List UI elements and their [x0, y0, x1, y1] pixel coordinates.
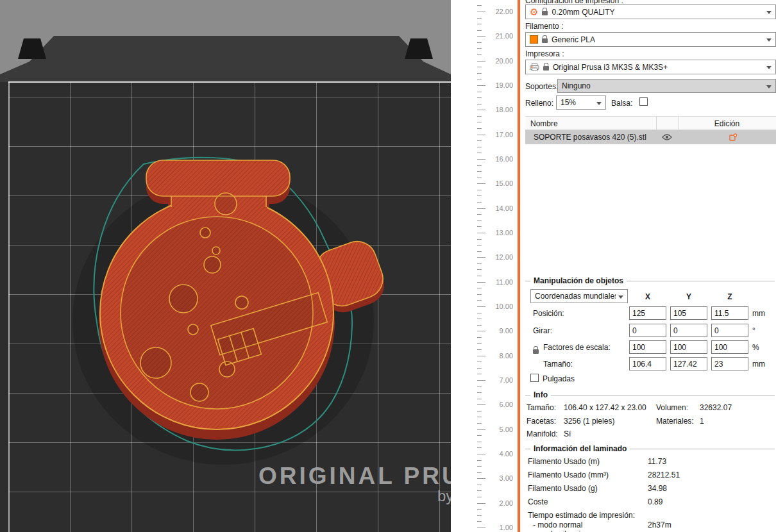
- ruler-label: 20.00: [475, 56, 513, 65]
- printer-combo[interactable]: Original Prusa i3 MK3S & MK3S+: [525, 60, 776, 74]
- size-label: Tamaño:: [543, 360, 573, 369]
- normal-mode-label: - modo normal: [533, 520, 582, 529]
- ruler-tick: [477, 319, 482, 319]
- ruler-tick: [477, 251, 482, 252]
- ruler-label: 3.00: [475, 474, 513, 483]
- chevron-down-icon: [766, 66, 772, 69]
- ruler-tick: [477, 368, 482, 369]
- ruler-tick: [477, 24, 482, 24]
- printer-label: Impresora :: [525, 49, 564, 58]
- info-materials-label: Materiales:: [656, 417, 694, 426]
- ruler-tick: [477, 509, 482, 510]
- rotate-x-input[interactable]: [629, 324, 666, 337]
- info-materials-value: 1: [700, 417, 704, 426]
- ruler-panel: 22.0021.0020.0019.0018.0017.0016.0015.00…: [451, 0, 518, 532]
- chevron-down-icon: [766, 11, 772, 14]
- scale-unit: %: [752, 343, 759, 352]
- filament-used-m-value: 11.73: [648, 457, 666, 466]
- inches-checkbox[interactable]: [530, 374, 539, 382]
- axis-z-header: Z: [711, 292, 748, 301]
- ruler-label: 1.00: [475, 523, 513, 532]
- edit-object-icon[interactable]: [729, 133, 737, 142]
- ruler-tick: [477, 48, 482, 49]
- ruler-label: 16.00: [475, 154, 513, 163]
- ruler-tick: [477, 447, 482, 448]
- chevron-down-icon: [766, 38, 772, 42]
- filament-used-mm3-label: Filamento Usado (mm³): [528, 470, 609, 479]
- ruler-tick: [477, 276, 482, 276]
- ruler-tick: [477, 92, 482, 92]
- ruler-tick: [477, 269, 482, 270]
- scale-z-input[interactable]: [711, 340, 748, 354]
- ruler-tick: [477, 73, 482, 74]
- position-z-input[interactable]: [711, 306, 748, 320]
- ruler-tick: [477, 226, 482, 227]
- column-name: Nombre: [530, 119, 558, 128]
- raft-label: Balsa:: [611, 99, 632, 108]
- bed-brand-text: ORIGINAL PRUSA: [258, 463, 451, 489]
- scale-x-input[interactable]: [629, 340, 666, 354]
- size-z-input[interactable]: [711, 357, 748, 370]
- ruler-tick: [477, 140, 482, 141]
- ruler-tick: [477, 104, 482, 104]
- ruler-label: 8.00: [475, 351, 513, 360]
- manipulation-title: Manipulación de objetos: [530, 276, 627, 285]
- infill-combo[interactable]: 15%: [556, 96, 606, 110]
- print-settings-value: 0.20mm QUALITY: [552, 8, 614, 17]
- sliced-info-group: Información del laminado: [525, 449, 775, 449]
- scale-y-input[interactable]: [670, 340, 707, 354]
- infill-label: Relleno:: [525, 99, 553, 108]
- ruler-tick: [477, 472, 482, 473]
- coordinates-combo[interactable]: Coordenadas mundiales: [530, 289, 628, 303]
- ruler-tick: [477, 220, 482, 221]
- uniform-scale-lock-icon[interactable]: [533, 349, 539, 354]
- ruler-tick: [477, 18, 482, 19]
- size-x-input[interactable]: [629, 357, 666, 370]
- ruler-tick: [477, 54, 482, 55]
- filament-used-g-label: Filamento Usado (g): [528, 484, 598, 493]
- info-manifold-label: Manifold:: [527, 429, 558, 438]
- object-table-row[interactable]: SOPORTE posavasos 420 (5).stl: [525, 130, 776, 144]
- raft-checkbox[interactable]: [639, 97, 648, 106]
- ruler-label: 10.00: [475, 302, 513, 311]
- ruler-tick: [477, 116, 482, 117]
- ruler-tick: [477, 423, 482, 424]
- ruler-tick: [477, 417, 482, 417]
- ruler-tick: [477, 485, 482, 485]
- ruler-label: 7.00: [475, 376, 513, 385]
- position-y-input[interactable]: [670, 306, 707, 320]
- ruler-label: 18.00: [475, 105, 513, 114]
- ruler-label: 4.00: [475, 449, 513, 458]
- printer-value: Original Prusa i3 MK3S & MK3S+: [553, 63, 668, 72]
- viewport-3d[interactable]: ORIGINAL PRUSA by: [0, 0, 451, 532]
- ruler-label: 13.00: [475, 228, 513, 237]
- eye-icon[interactable]: [662, 134, 672, 140]
- print-settings-combo[interactable]: ⚙ 0.20mm QUALITY: [525, 4, 776, 19]
- ruler-tick: [477, 239, 482, 240]
- cost-label: Coste: [528, 497, 548, 506]
- filament-used-g-value: 34.98: [648, 484, 667, 493]
- supports-value: Ninguno: [562, 81, 591, 90]
- prusaslicer-window: ORIGINAL PRUSA by: [0, 0, 776, 532]
- ruler-tick: [477, 300, 482, 301]
- filament-combo[interactable]: Generic PLA: [525, 32, 776, 47]
- rotate-z-input[interactable]: [711, 324, 748, 337]
- ruler-tick: [477, 42, 482, 43]
- ruler-label: 21.00: [475, 31, 513, 40]
- ruler-label: 15.00: [475, 179, 513, 188]
- filament-used-mm3-value: 28212.51: [648, 470, 680, 479]
- ruler-tick: [477, 325, 482, 326]
- manipulation-group: Manipulación de objetos: [525, 281, 775, 281]
- ruler-tick: [477, 214, 482, 215]
- supports-combo[interactable]: Ninguno: [557, 79, 776, 93]
- position-x-input[interactable]: [629, 306, 666, 320]
- filament-color-swatch: [530, 35, 538, 44]
- ruler-ticks: 22.0021.0020.0019.0018.0017.0016.0015.00…: [451, 0, 518, 532]
- size-y-input[interactable]: [670, 357, 707, 370]
- ruler-tick: [477, 460, 482, 461]
- ruler-tick: [477, 171, 482, 172]
- axis-x-header: X: [629, 292, 666, 301]
- stealth-mode-label: - modo silencioso: [533, 529, 593, 532]
- ruler-label: 19.00: [475, 81, 513, 90]
- rotate-y-input[interactable]: [670, 324, 707, 337]
